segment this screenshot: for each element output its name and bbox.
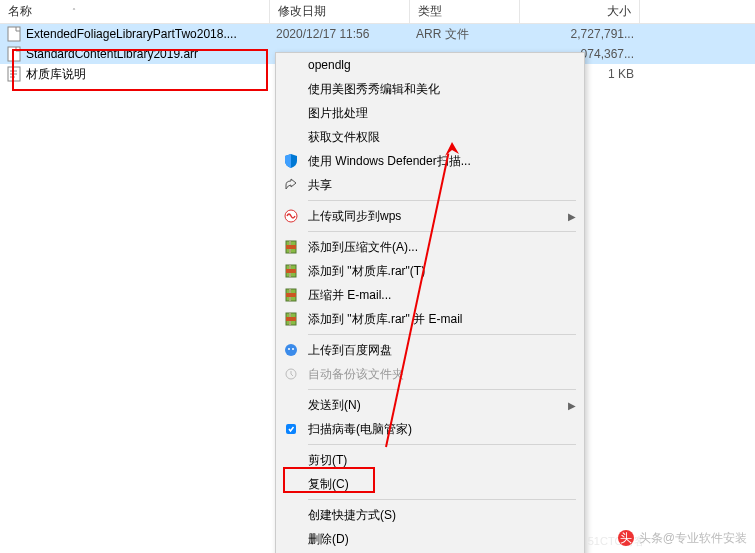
file-row[interactable]: ExtendedFoliageLibraryPartTwo2018.... 20… xyxy=(0,24,755,44)
menu-scan[interactable]: 扫描病毒(电脑管家) xyxy=(276,417,584,441)
menu-opendlg[interactable]: opendlg xyxy=(276,53,584,77)
file-name: ExtendedFoliageLibraryPartTwo2018.... xyxy=(26,27,237,41)
svg-rect-12 xyxy=(286,269,296,273)
rar-icon xyxy=(280,261,302,281)
file-size: 2,727,791... xyxy=(520,25,640,43)
text-file-icon xyxy=(6,66,22,82)
menu-rar-add[interactable]: 添加到压缩文件(A)... xyxy=(276,235,584,259)
menu-sendto[interactable]: 发送到(N)▶ xyxy=(276,393,584,417)
svg-text:头: 头 xyxy=(620,531,632,545)
backup-icon xyxy=(280,364,302,384)
svg-rect-23 xyxy=(286,424,296,434)
menu-separator xyxy=(308,389,576,390)
menu-perm[interactable]: 获取文件权限 xyxy=(276,125,584,149)
file-icon xyxy=(6,26,22,42)
menu-rar-addto[interactable]: 添加到 "材质库.rar"(T) xyxy=(276,259,584,283)
column-header: 名称˄ 修改日期 类型 大小 xyxy=(0,0,755,24)
watermark: 头头条@专业软件安装 xyxy=(617,529,747,547)
menu-shortcut[interactable]: 创建快捷方式(S) xyxy=(276,503,584,527)
file-name: 材质库说明 xyxy=(26,66,86,83)
share-icon xyxy=(280,175,302,195)
defender-icon xyxy=(280,151,302,171)
svg-rect-18 xyxy=(286,317,296,321)
svg-rect-0 xyxy=(8,27,20,41)
submenu-arrow-icon: ▶ xyxy=(568,400,576,411)
menu-copy[interactable]: 复制(C) xyxy=(276,472,584,496)
rar-icon xyxy=(280,285,302,305)
menu-cut[interactable]: 剪切(T) xyxy=(276,448,584,472)
menu-separator xyxy=(308,334,576,335)
baidu-icon xyxy=(280,340,302,360)
context-menu: opendlg 使用美图秀秀编辑和美化 图片批处理 获取文件权限 使用 Wind… xyxy=(275,52,585,553)
file-name: StandardContentLibrary2019.arr xyxy=(26,47,198,61)
rar-icon xyxy=(280,237,302,257)
file-date: 2020/12/17 11:56 xyxy=(270,25,410,43)
svg-rect-1 xyxy=(8,47,20,61)
menu-share[interactable]: 共享 xyxy=(276,173,584,197)
svg-rect-9 xyxy=(286,245,296,249)
svg-point-21 xyxy=(292,348,294,350)
menu-rar-addto-email[interactable]: 添加到 "材质库.rar" 并 E-mail xyxy=(276,307,584,331)
column-type[interactable]: 类型 xyxy=(410,0,520,23)
svg-point-19 xyxy=(285,344,297,356)
menu-baidu[interactable]: 上传到百度网盘 xyxy=(276,338,584,362)
column-size[interactable]: 大小 xyxy=(520,0,640,23)
menu-batch[interactable]: 图片批处理 xyxy=(276,101,584,125)
menu-delete[interactable]: 删除(D) xyxy=(276,527,584,551)
file-type: ARR 文件 xyxy=(410,24,520,45)
svg-rect-15 xyxy=(286,293,296,297)
menu-separator xyxy=(308,200,576,201)
svg-point-20 xyxy=(288,348,290,350)
scan-icon xyxy=(280,419,302,439)
menu-rar-email[interactable]: 压缩并 E-mail... xyxy=(276,283,584,307)
rar-icon xyxy=(280,309,302,329)
column-date[interactable]: 修改日期 xyxy=(270,0,410,23)
menu-separator xyxy=(308,499,576,500)
menu-wps[interactable]: 上传或同步到wps▶ xyxy=(276,204,584,228)
menu-defender[interactable]: 使用 Windows Defender扫描... xyxy=(276,149,584,173)
sort-indicator-icon: ˄ xyxy=(72,7,76,16)
file-icon xyxy=(6,46,22,62)
menu-meitu[interactable]: 使用美图秀秀编辑和美化 xyxy=(276,77,584,101)
wps-icon xyxy=(280,206,302,226)
menu-backup: 自动备份该文件夹 xyxy=(276,362,584,386)
submenu-arrow-icon: ▶ xyxy=(568,211,576,222)
column-name[interactable]: 名称˄ xyxy=(0,0,270,23)
menu-separator xyxy=(308,231,576,232)
menu-separator xyxy=(308,444,576,445)
